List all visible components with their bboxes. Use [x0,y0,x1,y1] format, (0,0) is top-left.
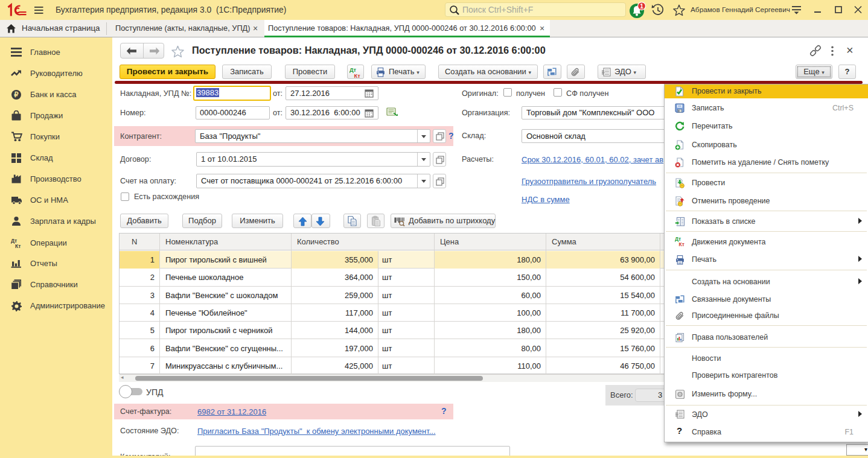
svg-text:Кт: Кт [15,243,21,249]
svg-text:Кт: Кт [679,241,685,247]
svg-text:₽: ₽ [14,91,19,98]
svg-text:Кт: Кт [354,73,361,78]
svg-text:1: 1 [640,3,643,10]
svg-text:Дт: Дт [349,67,357,73]
